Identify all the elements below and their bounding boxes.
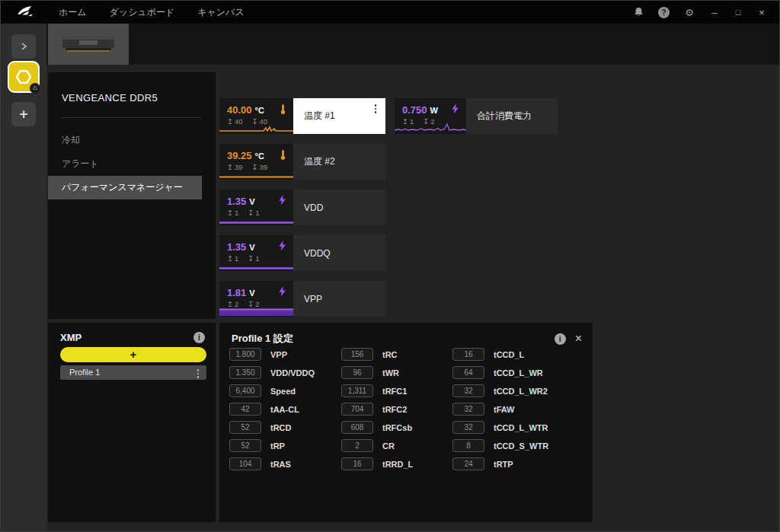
settings-column-1: VPP VDD/VDDQ Speed tAA-CL tRCD tRP tRAS: [229, 348, 315, 476]
setting-input-tfaw[interactable]: [452, 403, 484, 416]
xmp-panel: XMP i + Profile 1: [48, 323, 216, 522]
sensor-tile-vpp[interactable]: 1.81V ↥2 ↧2 VPP: [219, 281, 385, 317]
setting-row: VPP: [229, 348, 315, 361]
sensor-label-vpp[interactable]: VPP: [293, 281, 385, 317]
setting-row: tRFC2: [341, 403, 413, 416]
profile-settings-title: Profile 1 設定: [232, 332, 293, 346]
sensor-graph: 1.35V ↥1 ↧1: [219, 190, 293, 225]
kebab-menu-icon[interactable]: [194, 369, 202, 378]
sensor-tile-vdd[interactable]: 1.35V ↥1 ↧1 VDD: [219, 190, 385, 225]
setting-input-cr[interactable]: [341, 439, 373, 452]
add-xmp-profile-button[interactable]: +: [60, 347, 206, 362]
main-nav: ホーム ダッシュボード キャンバス: [59, 6, 245, 19]
setting-row: tAA-CL: [229, 403, 315, 416]
setting-input-trfc1[interactable]: [341, 384, 373, 397]
sensor-unit: V: [249, 288, 254, 298]
corsair-logo-icon: [16, 5, 34, 20]
info-icon[interactable]: i: [193, 332, 205, 343]
setting-label: tRTP: [494, 460, 513, 469]
setting-input-vpp[interactable]: [229, 348, 261, 361]
setting-label: CR: [382, 441, 395, 451]
sensor-graph: 1.35V ↥1 ↧1: [219, 235, 293, 271]
sensor-value: 0.750: [402, 104, 427, 116]
setting-label: tAA-CL: [270, 405, 299, 414]
sensor-tile-temp1[interactable]: 40.00°C ↥40 ↧40 温度 #1: [219, 98, 385, 134]
setting-input-trtp[interactable]: [452, 457, 484, 470]
setting-label: VPP: [270, 350, 287, 359]
setting-input-trp[interactable]: [229, 439, 261, 452]
sparkline-temp1: [219, 118, 293, 133]
settings-column-3: tCCD_L tCCD_L_WR tCCD_L_WR2 tFAW tCCD_L_…: [452, 348, 548, 476]
device-tile-vengeance-selected[interactable]: ⌂: [8, 61, 40, 93]
sensor-label-text: VDD: [304, 202, 323, 213]
setting-input-tras[interactable]: [229, 457, 261, 470]
setting-row: tCCD_S_WTR: [452, 439, 548, 452]
window-maximize-button[interactable]: □: [733, 8, 743, 17]
sensor-label-total-power[interactable]: 合計消費電力: [466, 98, 558, 134]
sensor-tile-total-power[interactable]: 0.750W ↥1 ↧2 合計消費電力: [395, 98, 558, 134]
sensor-graph: 40.00°C ↥40 ↧40: [219, 98, 293, 134]
setting-input-tccd-s-wtr[interactable]: [452, 439, 484, 452]
setting-input-twr[interactable]: [341, 366, 373, 379]
device-tab-ram[interactable]: [48, 24, 129, 65]
menu-item-alerts[interactable]: アラート: [48, 152, 216, 176]
nav-dashboard[interactable]: ダッシュボード: [110, 6, 175, 19]
setting-input-trrd-l[interactable]: [341, 457, 373, 470]
add-device-button[interactable]: +: [11, 102, 36, 126]
setting-input-trcd[interactable]: [229, 421, 261, 434]
menu-item-performance-manager[interactable]: パフォーマンスマネージャー: [48, 176, 202, 199]
setting-label: tCCD_L_WTR: [494, 423, 548, 432]
sensor-label-temp1[interactable]: 温度 #1: [293, 98, 385, 134]
device-rail: ⌂ +: [1, 24, 46, 532]
help-icon[interactable]: ?: [658, 7, 670, 18]
sparkline-power: [395, 118, 466, 133]
divider: [62, 117, 202, 118]
setting-input-speed[interactable]: [229, 384, 261, 397]
nav-canvas[interactable]: キャンバス: [197, 6, 244, 19]
sensor-label-temp2[interactable]: 温度 #2: [293, 144, 385, 180]
setting-input-tccd-l-wtr[interactable]: [452, 421, 484, 434]
setting-input-trfc2[interactable]: [341, 403, 373, 416]
setting-row: tRAS: [229, 457, 315, 470]
setting-label: tRC: [382, 350, 398, 359]
setting-row: tRP: [229, 439, 315, 452]
setting-row: tRCD: [229, 421, 315, 434]
sensor-tile-vddq[interactable]: 1.35V ↥1 ↧1 VDDQ: [219, 235, 385, 271]
setting-row: Speed: [229, 384, 315, 397]
sensor-unit: °C: [255, 151, 264, 161]
thermometer-icon: [280, 104, 286, 118]
setting-input-tccd-l-wr[interactable]: [452, 366, 484, 379]
setting-label: tCCD_L_WR2: [494, 387, 548, 396]
setting-row: tRRD_L: [341, 457, 413, 470]
settings-column-2: tRC tWR tRFC1 tRFC2 tRFCsb CR tRRD_L: [341, 348, 413, 476]
setting-input-trc[interactable]: [341, 348, 373, 361]
titlebar-actions: ? ⚙ – □ ×: [631, 5, 767, 19]
setting-input-taa-cl[interactable]: [229, 403, 261, 416]
sparkline-temp2: [219, 164, 293, 179]
window-close-button[interactable]: ×: [756, 7, 767, 18]
kebab-menu-icon[interactable]: [372, 104, 379, 113]
device-panel: VENGEANCE DDR5 冷却 アラート パフォーマンスマネージャー: [48, 72, 216, 319]
setting-label: tWR: [382, 368, 399, 377]
settings-gear-icon[interactable]: ⚙: [682, 5, 696, 19]
setting-input-tccd-l[interactable]: [452, 348, 484, 361]
setting-row: tRTP: [452, 457, 548, 470]
setting-input-tccd-l-wr2[interactable]: [452, 384, 484, 397]
notifications-bell-icon[interactable]: [631, 5, 645, 19]
sensor-tile-temp2[interactable]: 39.25°C ↥39 ↧39 温度 #2: [219, 144, 385, 180]
close-icon[interactable]: ×: [575, 333, 582, 345]
setting-input-trfcsb[interactable]: [341, 421, 373, 434]
sensor-label-text: 温度 #1: [304, 110, 335, 123]
setting-input-vdd-vddq[interactable]: [229, 366, 261, 379]
sensor-label-vdd[interactable]: VDD: [293, 190, 385, 225]
menu-item-cooling[interactable]: 冷却: [48, 129, 216, 152]
setting-row: tFAW: [452, 403, 548, 416]
nav-home[interactable]: ホーム: [59, 6, 87, 19]
sensor-label-vddq[interactable]: VDDQ: [293, 235, 385, 271]
xmp-profile-item[interactable]: Profile 1: [60, 365, 206, 380]
expand-rail-button[interactable]: [11, 34, 36, 59]
window-minimize-button[interactable]: –: [709, 7, 720, 18]
info-icon[interactable]: i: [555, 333, 566, 345]
voltage-bolt-icon: [278, 286, 286, 300]
device-menu: 冷却 アラート パフォーマンスマネージャー: [48, 129, 216, 199]
